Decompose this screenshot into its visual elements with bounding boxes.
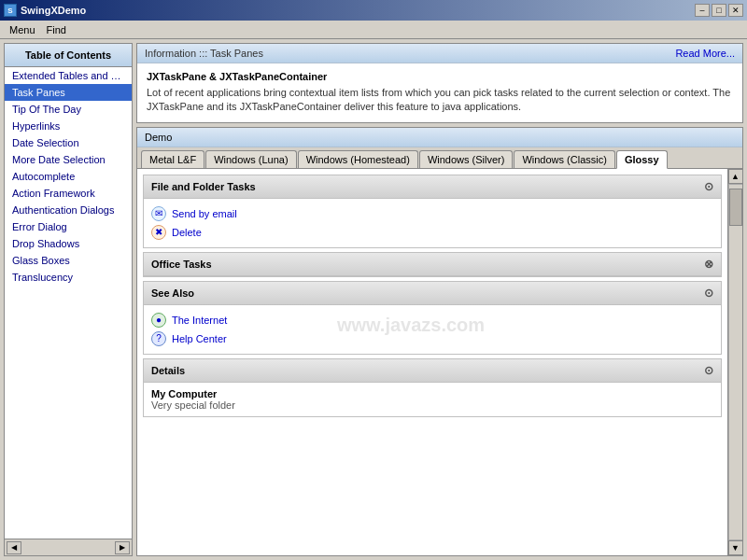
info-content-text: Lot of recent applications bring context…	[147, 86, 733, 115]
sidebar-scrollbar: ◀ ▶	[5, 539, 132, 555]
minimize-button[interactable]: –	[695, 4, 710, 17]
main-container: Table of Contents Extended Tables and De…	[0, 39, 747, 560]
info-panel: Information ::: Task Panes Read More... …	[136, 43, 743, 123]
task-section-1: Office Tasks⊗	[143, 252, 722, 277]
sidebar-list: Extended Tables and DecoratorsTask Panes…	[5, 67, 132, 539]
scroll-down-button[interactable]: ▼	[728, 540, 743, 555]
details-title: My Computer	[151, 388, 713, 399]
collapse-icon-1: ⊗	[704, 258, 713, 271]
details-section-content: My ComputerVery special folder	[144, 383, 721, 416]
tab-0[interactable]: Metal L&F	[141, 150, 204, 168]
sidebar-item-2[interactable]: Tip Of The Day	[5, 101, 132, 118]
sidebar-item-4[interactable]: Date Selection	[5, 134, 132, 151]
sidebar-item-6[interactable]: Autocomplete	[5, 168, 132, 185]
close-button[interactable]: ✕	[728, 4, 743, 17]
tab-4[interactable]: Windows (Classic)	[514, 150, 614, 168]
task-section-content-2: ●The Internet?Help Center	[144, 305, 721, 354]
demo-panel: Demo Metal L&FWindows (Luna)Windows (Hom…	[136, 127, 743, 556]
sidebar-item-11[interactable]: Glass Boxes	[5, 252, 132, 269]
task-section-header-1[interactable]: Office Tasks⊗	[144, 253, 721, 276]
menu-bar: Menu Find	[0, 21, 747, 39]
menu-find[interactable]: Find	[41, 22, 72, 37]
sidebar-item-3[interactable]: Hyperlinks	[5, 118, 132, 134]
title-bar: S SwingXDemo – □ ✕	[0, 0, 747, 21]
task-section-title-3: Details	[151, 365, 185, 376]
task-item-label-0-1: Delete	[172, 227, 202, 238]
sidebar-item-7[interactable]: Action Framework	[5, 185, 132, 202]
read-more-link[interactable]: Read More...	[675, 48, 735, 59]
sidebar-item-12[interactable]: Translucency	[5, 269, 132, 286]
collapse-icon-2: ⊙	[704, 287, 713, 300]
task-section-0: File and Folder Tasks⊙✉Send by email✖Del…	[143, 175, 722, 248]
info-header: Information ::: Task Panes Read More...	[137, 44, 742, 63]
task-item-label-2-1: Help Center	[172, 333, 227, 344]
tab-2[interactable]: Windows (Homestead)	[298, 150, 418, 168]
email-icon: ✉	[151, 206, 166, 221]
sidebar-item-0[interactable]: Extended Tables and Decorators	[5, 67, 132, 84]
collapse-icon-3: ⊙	[704, 364, 713, 377]
scroll-right-button[interactable]: ▶	[115, 541, 130, 554]
task-section-2: See Also⊙●The Internet?Help Center	[143, 281, 722, 355]
content-area: Information ::: Task Panes Read More... …	[136, 43, 743, 556]
info-header-title: Information ::: Task Panes	[145, 48, 263, 59]
internet-icon: ●	[151, 313, 166, 328]
maximize-button[interactable]: □	[712, 4, 726, 17]
sidebar-item-10[interactable]: Drop Shadows	[5, 235, 132, 252]
tab-5[interactable]: Glossy	[616, 150, 668, 169]
task-section-3: Details⊙My ComputerVery special folder	[143, 358, 722, 417]
demo-body: www.javazs.com File and Folder Tasks⊙✉Se…	[137, 169, 742, 555]
task-item-label-0-0: Send by email	[172, 208, 237, 219]
scroll-thumb[interactable]	[729, 189, 742, 226]
window-title: SwingXDemo	[21, 5, 86, 16]
sidebar-item-8[interactable]: Authentication Dialogs	[5, 202, 132, 218]
task-section-header-3[interactable]: Details⊙	[144, 359, 721, 383]
sidebar-item-5[interactable]: More Date Selection	[5, 151, 132, 168]
task-section-title-2: See Also	[151, 287, 194, 299]
tab-3[interactable]: Windows (Silver)	[419, 150, 514, 168]
demo-content: www.javazs.com File and Folder Tasks⊙✉Se…	[137, 169, 727, 555]
tabs-bar: Metal L&FWindows (Luna)Windows (Homestea…	[137, 147, 742, 169]
scroll-track	[728, 184, 743, 540]
scroll-left-button[interactable]: ◀	[7, 541, 21, 554]
task-item-0-0[interactable]: ✉Send by email	[151, 204, 713, 223]
sidebar-item-9[interactable]: Error Dialog	[5, 218, 132, 235]
sidebar: Table of Contents Extended Tables and De…	[4, 43, 133, 556]
task-item-2-1[interactable]: ?Help Center	[151, 329, 713, 348]
info-body: JXTaskPane & JXTaskPaneContainer Lot of …	[137, 63, 742, 122]
info-content-title: JXTaskPane & JXTaskPaneContainer	[147, 71, 733, 82]
details-subtitle: Very special folder	[151, 399, 713, 411]
task-item-0-1[interactable]: ✖Delete	[151, 223, 713, 242]
tab-1[interactable]: Windows (Luna)	[205, 150, 296, 168]
sidebar-item-1[interactable]: Task Panes	[5, 84, 132, 101]
collapse-icon-0: ⊙	[704, 180, 713, 193]
task-section-header-2[interactable]: See Also⊙	[144, 282, 721, 305]
task-section-title-1: Office Tasks	[151, 259, 212, 270]
help-icon: ?	[151, 331, 166, 346]
demo-header: Demo	[137, 128, 742, 147]
scroll-up-button[interactable]: ▲	[728, 169, 743, 184]
task-section-title-0: File and Folder Tasks	[151, 181, 256, 192]
task-section-content-0: ✉Send by email✖Delete	[144, 199, 721, 247]
demo-scrollbar: ▲ ▼	[727, 169, 742, 555]
menu-menu[interactable]: Menu	[4, 22, 41, 37]
task-section-header-0[interactable]: File and Folder Tasks⊙	[144, 175, 721, 199]
title-bar-controls: – □ ✕	[695, 4, 743, 17]
task-item-2-0[interactable]: ●The Internet	[151, 311, 713, 329]
title-bar-left: S SwingXDemo	[4, 4, 86, 17]
sidebar-header: Table of Contents	[5, 44, 132, 67]
delete-icon: ✖	[151, 225, 166, 240]
task-item-label-2-0: The Internet	[172, 315, 227, 326]
app-icon: S	[4, 4, 17, 17]
